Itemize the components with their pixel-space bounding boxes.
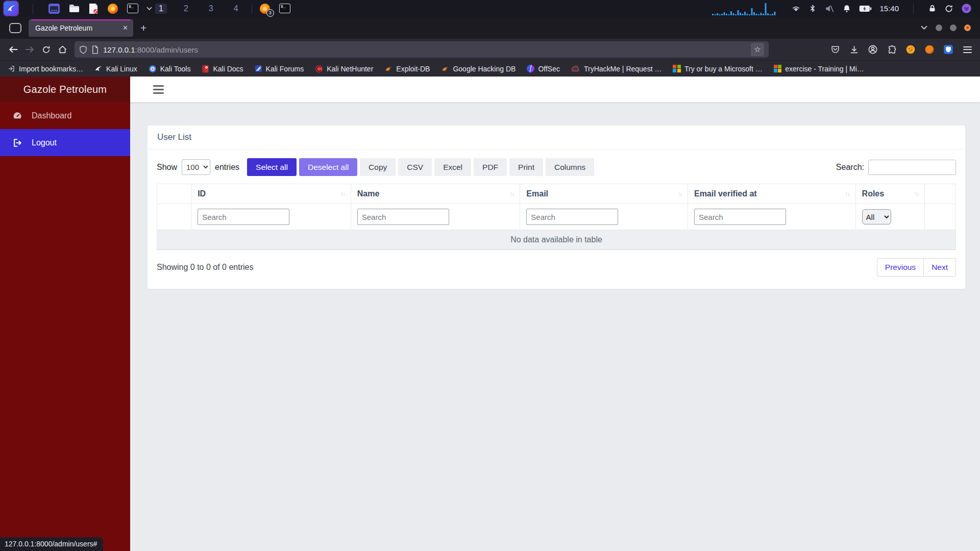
select-all-button[interactable]: Select all xyxy=(247,158,297,176)
bookmark-item[interactable]: exercise - Training | Mi… xyxy=(768,65,870,73)
cpu-graph-widget[interactable] xyxy=(707,2,783,15)
bookmark-item[interactable]: Google Hacking DB xyxy=(435,65,521,73)
account-icon[interactable] xyxy=(865,42,880,57)
bookmark-item[interactable]: Kali Forums xyxy=(249,65,310,73)
forward-button[interactable] xyxy=(21,42,38,57)
bookmark-item[interactable]: Kali Docs xyxy=(196,65,249,73)
bookmark-item[interactable]: Import bookmarks… xyxy=(2,65,89,73)
pocket-icon[interactable] xyxy=(827,42,843,57)
clock[interactable]: 15:40 xyxy=(879,4,899,13)
lock-screen-icon[interactable] xyxy=(928,4,937,13)
launcher-chevron-down-icon[interactable] xyxy=(146,7,152,11)
back-button[interactable] xyxy=(5,42,21,57)
kali-menu-button[interactable] xyxy=(4,2,18,15)
window-minimize-button[interactable] xyxy=(936,24,942,31)
extensions-puzzle-icon[interactable] xyxy=(884,42,899,57)
empty-table-message: No data available in table xyxy=(157,230,956,250)
pagination: Previous Next xyxy=(877,258,956,277)
firefox-view-icon[interactable] xyxy=(9,23,21,33)
tryhackme-cloud-icon xyxy=(571,65,580,72)
wifi-icon[interactable] xyxy=(791,4,801,13)
column-name[interactable]: Name↑↓ xyxy=(351,184,520,204)
workspace-2[interactable]: 2 xyxy=(180,4,192,14)
new-tab-button[interactable]: + xyxy=(140,22,146,33)
deselect-all-button[interactable]: Deselect all xyxy=(299,158,357,176)
menu-hamburger-icon[interactable] xyxy=(960,42,975,57)
content-area: User List Show 100 entries Select all De… xyxy=(130,102,980,551)
bookmark-item[interactable]: Exploit-DB xyxy=(379,65,435,73)
sort-icon: ↑↓ xyxy=(509,190,513,197)
page-size-select[interactable]: 100 xyxy=(182,159,210,175)
pdf-button[interactable]: PDF xyxy=(474,158,507,176)
bookmark-item[interactable]: Kali Linux xyxy=(89,65,143,73)
global-search-input[interactable] xyxy=(868,160,956,175)
entries-info: Showing 0 to 0 of 0 entries xyxy=(157,263,253,272)
column-roles[interactable]: Roles↑↓ xyxy=(855,184,924,204)
copy-button[interactable]: Copy xyxy=(360,158,396,176)
list-all-tabs-chevron-icon[interactable] xyxy=(921,26,927,30)
column-id[interactable]: ID↑↓ xyxy=(191,184,351,204)
bookmark-star-icon[interactable]: ☆ xyxy=(751,43,764,56)
filter-email-verified-input[interactable] xyxy=(694,209,786,225)
terminal-window-button[interactable]: $_ xyxy=(279,4,290,13)
filter-id-input[interactable] xyxy=(198,209,289,225)
filter-email-input[interactable] xyxy=(526,209,618,225)
bluetooth-icon[interactable] xyxy=(808,4,817,13)
datatable-toolbar: Show 100 entries Select all Deselect all… xyxy=(157,158,956,176)
downloads-icon[interactable] xyxy=(846,42,862,57)
firefox-launcher-icon[interactable] xyxy=(107,3,119,15)
bookmark-item[interactable]: Try or buy a Microsoft … xyxy=(667,65,768,73)
reload-button[interactable] xyxy=(38,42,54,57)
text-editor-icon[interactable] xyxy=(88,3,99,14)
bookmark-label: Exploit-DB xyxy=(396,65,430,73)
previous-page-button[interactable]: Previous xyxy=(877,259,923,276)
notification-bell-icon[interactable] xyxy=(842,4,851,13)
card-title: User List xyxy=(148,126,965,149)
sort-icon: ↑↓ xyxy=(677,190,681,197)
csv-button[interactable]: CSV xyxy=(398,158,432,176)
session-restart-icon[interactable] xyxy=(944,4,953,13)
window-maximize-button[interactable] xyxy=(950,24,957,31)
workspace-1[interactable]: 1 xyxy=(155,4,167,14)
next-page-button[interactable]: Next xyxy=(923,259,955,276)
window-close-button[interactable]: ✕ xyxy=(964,24,971,31)
page-info-icon[interactable] xyxy=(91,45,99,54)
extension-bitwarden-icon[interactable] xyxy=(941,42,956,57)
firefox-window-button[interactable]: 3 xyxy=(259,3,271,15)
kali-nethunter-icon xyxy=(315,65,323,73)
column-email[interactable]: Email↑↓ xyxy=(520,184,688,204)
sidebar-toggle-hamburger-icon[interactable] xyxy=(153,85,164,94)
columns-button[interactable]: Columns xyxy=(546,158,594,176)
browser-tab-bar: Gazole Petroleum ✕ + ✕ xyxy=(0,17,980,39)
sidebar-item-dashboard[interactable]: Dashboard xyxy=(0,102,130,129)
tracking-protection-shield-icon[interactable] xyxy=(79,45,87,54)
bookmark-item[interactable]: Kali NetHunter xyxy=(309,65,379,73)
sidebar-item-logout[interactable]: Logout xyxy=(0,129,130,156)
url-bar[interactable]: 127.0.0.1:8000/admin/users ☆ xyxy=(75,41,769,58)
workspace-4[interactable]: 4 xyxy=(230,4,242,14)
sidebar-item-label: Logout xyxy=(32,138,57,147)
app-window-icon[interactable] xyxy=(48,3,60,14)
extension-cookie-icon[interactable] xyxy=(903,42,918,57)
roles-filter-select[interactable]: All xyxy=(862,209,891,224)
sidebar-brand[interactable]: Gazole Petroleum xyxy=(0,77,130,102)
terminal-launcher-icon[interactable]: $_ xyxy=(127,4,138,13)
user-shield-icon[interactable] xyxy=(961,3,972,14)
workspace-3[interactable]: 3 xyxy=(205,4,217,14)
file-manager-icon[interactable] xyxy=(68,4,80,13)
extension-foxyproxy-icon[interactable] xyxy=(922,42,937,57)
bookmark-label: Try or buy a Microsoft … xyxy=(684,65,763,73)
bookmark-item[interactable]: OffSec xyxy=(521,65,566,73)
excel-button[interactable]: Excel xyxy=(434,158,471,176)
audio-muted-icon[interactable] xyxy=(824,4,835,14)
filter-name-input[interactable] xyxy=(357,209,449,225)
battery-charging-icon[interactable] xyxy=(859,5,872,12)
print-button[interactable]: Print xyxy=(509,158,543,176)
column-email-verified-at[interactable]: Email verified at↑↓ xyxy=(688,184,855,204)
tab-close-icon[interactable]: ✕ xyxy=(122,24,128,32)
home-button[interactable] xyxy=(54,42,70,57)
bookmark-item[interactable]: Kali Tools xyxy=(143,65,197,73)
bookmark-item[interactable]: TryHackMe | Request … xyxy=(566,65,668,73)
show-label: Show xyxy=(157,163,177,172)
browser-tab[interactable]: Gazole Petroleum ✕ xyxy=(29,19,133,37)
